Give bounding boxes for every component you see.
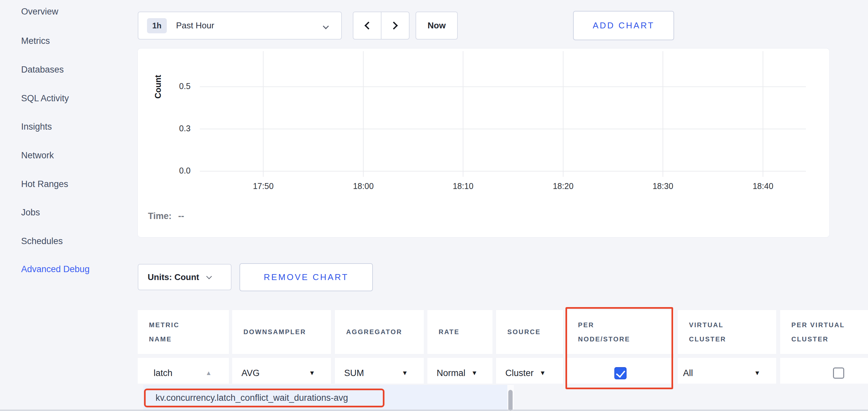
gridline (363, 51, 364, 177)
sidebar-item-network[interactable]: Network (21, 149, 127, 161)
units-dropdown[interactable]: Units: Count (138, 264, 231, 290)
window-bottom-edge (0, 410, 868, 411)
caret-up-icon: ▲ (206, 370, 212, 377)
gridline (200, 129, 806, 129)
time-readout-value: -- (178, 211, 184, 221)
y-axis-tick: 0.0 (154, 166, 191, 175)
metric-suggestion-item[interactable]: kv.concurrency.latch_conflict_wait_durat… (144, 388, 384, 407)
sidebar-item-sql-activity[interactable]: SQL Activity (21, 92, 127, 104)
caret-down-icon: ▼ (540, 370, 546, 377)
source-select[interactable]: Cluster ▼ (496, 358, 563, 384)
chevron-down-icon (206, 274, 212, 279)
gridline (200, 87, 806, 87)
time-window-nav (353, 11, 409, 40)
x-axis-tick: 18:30 (642, 181, 684, 191)
gridline (662, 51, 663, 177)
y-axis-tick: 0.3 (154, 124, 191, 133)
x-axis-tick: 18:40 (742, 181, 784, 191)
aggregator-value: SUM (344, 368, 364, 378)
sidebar-item-jobs[interactable]: Jobs (21, 206, 127, 218)
previous-timeframe-button[interactable] (353, 11, 381, 40)
per-virtual-cluster-cell (780, 358, 868, 384)
x-axis-tick: 18:10 (442, 181, 485, 191)
x-axis-tick: 18:00 (342, 181, 385, 191)
per-node-store-cell (567, 358, 674, 384)
units-dropdown-label: Units: Count (148, 272, 199, 282)
column-header-aggregator: AGGREGATOR (335, 310, 424, 354)
dropdown-scrollbar[interactable] (507, 385, 514, 411)
downsampler-select[interactable]: AVG ▼ (232, 358, 331, 384)
chart-panel (138, 48, 829, 237)
aggregator-select[interactable]: SUM ▼ (335, 358, 424, 384)
caret-down-icon: ▼ (471, 370, 477, 377)
add-chart-button[interactable]: ADD CHART (573, 11, 674, 40)
sidebar-item-metrics[interactable]: Metrics (21, 35, 127, 47)
x-axis-tick: 17:50 (242, 181, 285, 191)
gridline (200, 171, 806, 172)
downsampler-value: AVG (242, 368, 259, 378)
per-node-store-checkbox[interactable] (614, 367, 626, 379)
column-header-downsampler: DOWNSAMPLER (232, 310, 331, 354)
gridline (763, 51, 763, 177)
column-header-per-virtual-cluster: PER VIRTUAL CLUSTER (780, 310, 868, 354)
virtual-cluster-select[interactable]: All ▼ (678, 358, 776, 384)
caret-down-icon: ▼ (402, 370, 408, 377)
column-header-virtual-cluster: VIRTUAL CLUSTER (678, 310, 776, 354)
scrollbar-thumb[interactable] (508, 390, 513, 411)
remove-chart-button[interactable]: REMOVE CHART (240, 263, 373, 291)
caret-down-icon: ▼ (754, 370, 760, 377)
gridline (563, 51, 563, 177)
time-readout-label: Time: (148, 211, 172, 221)
column-header-per-node-store: PER NODE/STORE (567, 310, 674, 354)
virtual-cluster-value: All (683, 368, 693, 378)
column-header-metric-name: METRIC NAME (138, 310, 229, 354)
sidebar-item-hot-ranges[interactable]: Hot Ranges (21, 178, 127, 190)
now-button[interactable]: Now (415, 11, 458, 40)
column-header-source: SOURCE (496, 310, 563, 354)
y-axis-tick: 0.5 (154, 81, 191, 91)
time-range-badge: 1h (147, 18, 167, 33)
rate-value: Normal (437, 368, 465, 378)
custom-chart-page: Overview Metrics Databases SQL Activity … (0, 0, 868, 411)
metric-name-value: latch (154, 368, 173, 378)
sidebar-item-advanced-debug[interactable]: Advanced Debug (21, 263, 127, 275)
time-range-label: Past Hour (176, 21, 214, 31)
time-range-selector[interactable]: 1h Past Hour (138, 11, 342, 40)
gridline (463, 51, 463, 177)
x-axis-tick: 18:20 (542, 181, 585, 191)
metric-suggestion-text: kv.concurrency.latch_conflict_wait_durat… (156, 393, 348, 403)
column-header-rate: RATE (427, 310, 492, 354)
sidebar-item-overview[interactable]: Overview (21, 6, 127, 18)
next-timeframe-button[interactable] (381, 11, 409, 40)
rate-select[interactable]: Normal ▼ (427, 358, 492, 384)
chevron-left-icon (364, 22, 372, 29)
metric-name-combobox[interactable]: latch ▲ (138, 358, 229, 384)
per-virtual-cluster-checkbox[interactable] (833, 368, 844, 379)
chevron-right-icon (390, 22, 398, 29)
metric-suggestion-dropdown: kv.concurrency.latch_conflict_wait_durat… (143, 385, 514, 411)
gridline (263, 51, 264, 177)
sidebar-item-databases[interactable]: Databases (21, 64, 127, 75)
caret-down-icon: ▼ (309, 370, 315, 377)
source-value: Cluster (505, 368, 534, 378)
sidebar-item-schedules[interactable]: Schedules (21, 235, 127, 247)
chevron-down-icon (323, 23, 329, 29)
chart-hover-readout: Time: -- (148, 211, 184, 221)
sidebar-item-insights[interactable]: Insights (21, 121, 127, 133)
